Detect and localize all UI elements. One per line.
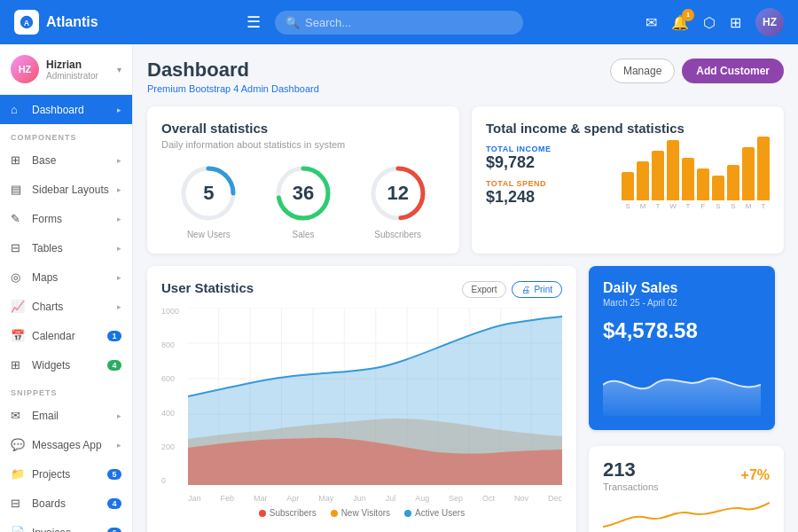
sidebar-item-label: Tables — [32, 242, 63, 254]
sidebar-item-sidebar-layouts[interactable]: ▤ Sidebar Layouts ▸ — [0, 175, 132, 204]
bar-x-label: F — [701, 202, 706, 210]
calendar-icon: 📅 — [11, 329, 25, 342]
home-icon: ⌂ — [11, 103, 25, 116]
search-input[interactable] — [305, 16, 512, 29]
manage-button[interactable]: Manage — [610, 59, 675, 83]
layers-icon[interactable]: ⬡ — [703, 14, 716, 31]
chevron-right-icon: ▸ — [117, 302, 121, 311]
gauge-circle-new-users: 5 — [177, 162, 239, 224]
sidebar-item-maps[interactable]: ◎ Maps ▸ — [0, 262, 132, 292]
sidebar-user: HZ Hizrian Administrator ▾ — [0, 44, 132, 95]
sidebar-item-projects[interactable]: 📁 Projects 5 — [0, 459, 132, 489]
sidebar-item-email[interactable]: ✉ Email ▸ — [0, 401, 132, 430]
layout-icon: ▤ — [11, 183, 25, 196]
spend-value: $1,248 — [486, 188, 552, 207]
legend-label-new-visitors: New Visitors — [341, 508, 390, 518]
gauge-subscribers: 12 Subscribers — [367, 162, 429, 239]
daily-sales-amount: $4,578.58 — [603, 318, 761, 343]
sidebar-item-widgets[interactable]: ⊞ Widgets 4 — [0, 350, 132, 379]
brand-name: Atlantis — [46, 14, 98, 30]
bar-segment — [637, 161, 649, 200]
page-title-block: Dashboard Premium Bootstrap 4 Admin Dash… — [147, 59, 319, 94]
layout: HZ Hizrian Administrator ▾ ⌂ Dashboard ▸… — [0, 44, 798, 532]
sidebar-item-boards[interactable]: ⊟ Boards 4 — [0, 489, 132, 518]
user-stats-buttons: Export 🖨 Print — [462, 281, 562, 298]
grid-icon[interactable]: ⊞ — [730, 14, 741, 31]
sidebar-item-charts[interactable]: 📈 Charts ▸ — [0, 292, 132, 321]
avatar[interactable]: HZ — [755, 8, 784, 36]
bar-segment — [712, 176, 724, 200]
user-stats-svg-wrap — [188, 308, 562, 485]
tables-icon: ⊟ — [11, 241, 25, 254]
page-title: Dashboard — [147, 59, 319, 82]
income-bar: M — [742, 147, 755, 210]
sidebar-user-role: Administrator — [46, 71, 98, 81]
sidebar-item-messages[interactable]: 💬 Messages App ▸ — [0, 430, 132, 459]
search-bar[interactable]: 🔍 — [275, 11, 523, 35]
daily-sales-chart — [603, 354, 761, 416]
chart-legend: Subscribers New Visitors Active Users — [161, 508, 562, 518]
hamburger-icon[interactable]: ☰ — [246, 12, 261, 32]
gauge-circle-subscribers: 12 — [367, 162, 429, 224]
income-values: TOTAL INCOME $9,782 TOTAL SPEND $1,248 — [486, 145, 552, 214]
chevron-right-icon: ▸ — [117, 244, 121, 253]
income-bar: M — [637, 161, 649, 210]
bar-segment — [667, 140, 679, 200]
chevron-right-icon: ▸ — [117, 215, 121, 223]
income-bar-chart: SMTWTFSSMT — [566, 148, 771, 210]
brand-icon: A — [14, 10, 39, 35]
bar-segment — [652, 151, 664, 200]
mail-icon[interactable]: ✉ — [645, 14, 657, 31]
legend-subscribers: Subscribers — [259, 508, 317, 518]
sidebar-item-label: Dashboard — [32, 104, 84, 116]
invoices-badge: 6 — [107, 528, 121, 533]
email-icon: ✉ — [11, 409, 25, 422]
overall-stats-card: Overall statistics Daily information abo… — [147, 106, 459, 254]
sidebar-item-forms[interactable]: ✎ Forms ▸ — [0, 204, 132, 233]
export-button[interactable]: Export — [462, 281, 507, 298]
overall-stats-title: Overall statistics — [161, 121, 445, 136]
user-stats-card: User Statistics Export 🖨 Print 1000 800 … — [147, 266, 576, 532]
legend-new-visitors: New Visitors — [331, 508, 390, 518]
transactions-card: 213 Transactions +7% — [589, 446, 784, 532]
print-button[interactable]: 🖨 Print — [512, 281, 562, 298]
sidebar-item-calendar[interactable]: 📅 Calendar 1 — [0, 321, 132, 350]
bar-x-label: T — [686, 202, 691, 210]
chevron-down-icon: ▾ — [117, 65, 121, 74]
gauge-label-subscribers: Subscribers — [367, 230, 429, 239]
projects-icon: 📁 — [11, 467, 25, 481]
sidebar-item-invoices[interactable]: 📄 Invoices 6 — [0, 518, 132, 532]
transactions-row: 213 Transactions +7% — [603, 458, 770, 492]
calendar-badge: 1 — [107, 331, 121, 341]
main-content: Dashboard Premium Bootstrap 4 Admin Dash… — [133, 44, 798, 532]
sidebar-item-base[interactable]: ⊞ Base ▸ — [0, 145, 132, 175]
sidebar-user-info: Hizrian Administrator — [46, 59, 98, 81]
income-value: $9,782 — [486, 153, 552, 172]
add-customer-button[interactable]: Add Customer — [682, 59, 784, 83]
gauges-container: 5 New Users 36 Sales — [161, 162, 445, 239]
bar-x-label: T — [762, 202, 766, 210]
income-label: TOTAL INCOME — [486, 145, 552, 153]
user-stats-header: User Statistics Export 🖨 Print — [161, 280, 562, 299]
legend-label-subscribers: Subscribers — [270, 508, 317, 518]
spend-label: TOTAL SPEND — [486, 179, 552, 188]
sidebar-item-label: Forms — [32, 213, 62, 225]
notification-icon[interactable]: 🔔 1 — [671, 14, 689, 31]
income-bar: T — [682, 158, 694, 210]
sidebar-item-label: Email — [32, 410, 59, 422]
bar-segment — [682, 158, 694, 200]
sidebar-item-label: Sidebar Layouts — [32, 184, 109, 196]
widgets-icon: ⊞ — [11, 358, 25, 372]
income-stats-title: Total income & spend statistics — [486, 121, 770, 136]
sidebar-item-tables[interactable]: ⊟ Tables ▸ — [0, 233, 132, 262]
sidebar-item-label: Calendar — [32, 330, 75, 342]
projects-badge: 5 — [107, 469, 121, 480]
transactions-chart — [603, 496, 770, 531]
sidebar-item-dashboard[interactable]: ⌂ Dashboard ▸ — [0, 95, 132, 124]
overall-stats-subtitle: Daily information about statistics in sy… — [161, 139, 445, 150]
brand: A Atlantis — [14, 10, 138, 35]
bar-x-label: S — [716, 202, 720, 210]
income-stats-card: Total income & spend statistics TOTAL IN… — [472, 106, 784, 254]
search-icon: 🔍 — [286, 16, 300, 29]
chevron-right-icon: ▸ — [117, 273, 121, 282]
